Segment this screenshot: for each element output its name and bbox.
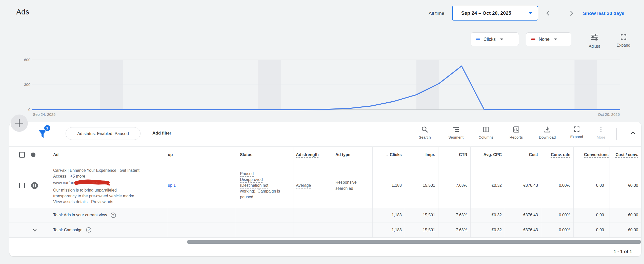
header-conversions[interactable]: Conversions xyxy=(573,147,610,163)
x-axis-end-label: Oct 20, 2025 xyxy=(559,112,620,117)
header-cost-per-conv[interactable]: Cost / conv. xyxy=(610,147,641,163)
date-range-value: Sep 24 – Oct 20, 2025 xyxy=(461,10,511,16)
paused-status-icon[interactable] xyxy=(31,182,38,189)
view-assets-details-link[interactable]: View assets details xyxy=(53,200,88,204)
header-ad-strength[interactable]: Ad strength xyxy=(293,147,333,163)
more-vertical-icon xyxy=(597,126,605,133)
total-ctr: 7.63% xyxy=(438,222,470,237)
ctr-value: 7.63% xyxy=(438,163,470,208)
header-conv-rate[interactable]: Conv. rate xyxy=(541,147,573,163)
ad-status-filter-chip[interactable]: Ad status: Enabled, Paused xyxy=(66,127,140,140)
total-conversions: 0.00 xyxy=(573,208,610,222)
next-period-button[interactable] xyxy=(567,9,575,17)
ad-description-2: transparency to the pre-owned vehicle ma… xyxy=(53,193,167,199)
tool-label: Expand xyxy=(565,135,589,139)
cost-per-conv-value: €0.00 xyxy=(610,163,641,208)
help-icon[interactable]: ? xyxy=(111,213,116,218)
total-current-view-row: Total: Ads in your current view ? 1,183 … xyxy=(9,208,641,222)
add-button[interactable] xyxy=(11,115,28,132)
previous-period-button[interactable] xyxy=(544,9,552,17)
metric2-label: None xyxy=(539,37,550,42)
status-line: Disapproved xyxy=(240,177,263,182)
more-ads-link[interactable]: +5 more xyxy=(70,174,85,178)
header-ad-group[interactable]: up xyxy=(167,147,236,163)
row-checkbox[interactable] xyxy=(19,183,25,188)
table-expand-button[interactable]: Expand xyxy=(565,126,589,139)
chart-expand-button[interactable]: Expand xyxy=(612,33,635,48)
table-segment-button[interactable]: Segment xyxy=(444,126,468,139)
table-columns-button[interactable]: Columns xyxy=(474,126,498,139)
metric1-label: Clicks xyxy=(484,37,496,42)
status-line: working), Campaign is xyxy=(240,188,280,194)
status-cell[interactable]: Paused Disapproved (Destination not work… xyxy=(236,163,293,208)
ad-links-line: View assets details · Preview ads xyxy=(53,199,167,205)
cost-value: €376.43 xyxy=(505,163,541,208)
header-avg-cpc[interactable]: Avg. CPC xyxy=(470,147,505,163)
tool-label: Search xyxy=(413,135,437,139)
ads-table-card: 1 Ad status: Enabled, Paused Add filter … xyxy=(9,122,641,256)
header-status[interactable]: Status xyxy=(236,147,293,163)
columns-icon xyxy=(482,126,490,133)
segment-icon xyxy=(452,126,460,133)
preview-ads-link[interactable]: Preview ads xyxy=(91,200,113,204)
tool-label: Segment xyxy=(444,135,468,139)
ad-headline[interactable]: CarFax | Enhance Your Experience | Get I… xyxy=(53,167,167,173)
ad-strength-cell[interactable]: Average xyxy=(293,163,333,208)
total-conv-rate: 0.00% xyxy=(541,222,573,237)
clicks-line-chart xyxy=(32,60,620,110)
total-clicks: 1,183 xyxy=(372,208,405,222)
tool-label: Columns xyxy=(474,135,498,139)
total-cost: €376.43 xyxy=(505,222,541,237)
collapse-table-button[interactable] xyxy=(629,129,637,137)
chart-metric1-dropdown[interactable]: Clicks xyxy=(471,32,519,46)
chevron-down-icon xyxy=(500,39,503,40)
tune-icon xyxy=(590,33,599,42)
header-ad[interactable]: Ad xyxy=(41,147,167,163)
header-label: Clicks xyxy=(390,153,402,157)
help-icon[interactable]: ? xyxy=(86,227,91,233)
status-line: Paused xyxy=(240,171,254,177)
ad-headline-2[interactable]: Access+5 more xyxy=(53,173,167,179)
toolbar-divider xyxy=(616,128,617,140)
table-more-button[interactable]: More xyxy=(589,126,613,139)
header-label: Ad strength xyxy=(296,153,319,157)
show-last-30-days-link[interactable]: Show last 30 days xyxy=(583,11,625,16)
chevron-up-icon xyxy=(629,129,637,137)
header-impressions[interactable]: Impr. xyxy=(405,147,438,163)
fullscreen-icon xyxy=(573,126,580,133)
ad-group-link[interactable]: up 1 xyxy=(167,163,236,208)
table-reports-button[interactable]: Reports xyxy=(504,126,528,139)
chart-metric2-dropdown[interactable]: None xyxy=(526,32,571,46)
ad-url-line: www.carfax xyxy=(53,179,167,187)
expand-totals-chevron-down-icon[interactable] xyxy=(31,227,38,233)
table-search-button[interactable]: Search xyxy=(413,126,437,139)
header-cost[interactable]: Cost xyxy=(505,147,541,163)
link-separator: · xyxy=(89,200,90,204)
chevron-down-icon xyxy=(529,12,532,14)
chart-adjust-button[interactable]: Adjust xyxy=(583,33,606,49)
total-clicks: 1,183 xyxy=(372,222,405,237)
conversions-value: 0.00 xyxy=(573,163,610,208)
x-axis-start-label: Sep 24, 2025 xyxy=(33,112,55,117)
date-range-picker[interactable]: Sep 24 – Oct 20, 2025 xyxy=(452,6,538,21)
chevron-right-icon xyxy=(567,9,575,17)
horizontal-scrollbar[interactable] xyxy=(187,240,641,244)
header-clicks-sorted[interactable]: ↓ Clicks xyxy=(372,147,405,163)
header-label: Cost / conv. xyxy=(616,153,638,157)
redaction-scribble xyxy=(74,179,110,187)
header-ad-type[interactable]: Ad type xyxy=(333,147,372,163)
tool-label: Download xyxy=(535,135,559,139)
table-download-button[interactable]: Download xyxy=(535,126,559,139)
select-all-checkbox[interactable] xyxy=(19,152,25,158)
total-conversions: 0.00 xyxy=(573,222,610,237)
add-filter-button[interactable]: Add filter xyxy=(152,131,171,136)
clicks-value: 1,183 xyxy=(372,163,405,208)
ad-cell: CarFax | Enhance Your Experience | Get I… xyxy=(41,163,167,208)
y-axis-tick: 300 xyxy=(13,82,30,87)
date-context-label: All time xyxy=(429,11,444,16)
fullscreen-icon xyxy=(620,33,627,41)
ad-url: www.carfax xyxy=(53,181,74,185)
ad-description: Our mission is to bring unparalleled xyxy=(53,187,167,193)
tool-label: More xyxy=(589,135,613,139)
header-ctr[interactable]: CTR xyxy=(438,147,470,163)
